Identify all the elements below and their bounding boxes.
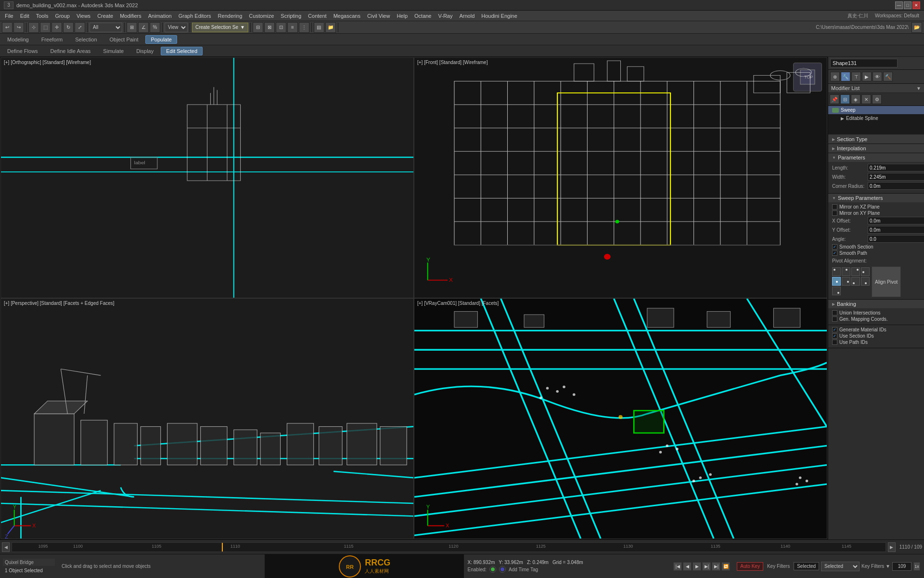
configure-btn[interactable]: ⚙ xyxy=(872,94,882,104)
pivot-bc[interactable] xyxy=(861,277,870,286)
width-input[interactable] xyxy=(868,173,924,181)
xoffset-input[interactable] xyxy=(868,217,924,224)
folder-nav-btn[interactable]: 📂 xyxy=(911,22,922,33)
modifier-editable-spline[interactable]: ▶ Editable Spline xyxy=(828,114,924,122)
timeline-scroll-right[interactable]: ▶ xyxy=(888,542,896,552)
sweep-visibility[interactable] xyxy=(832,108,839,113)
menu-help[interactable]: Help xyxy=(394,12,411,20)
rotate-btn[interactable]: ↻ xyxy=(63,22,74,33)
menu-group[interactable]: Group xyxy=(52,12,73,20)
display-panel-btn[interactable]: 👁 xyxy=(873,72,882,81)
menu-views[interactable]: Views xyxy=(74,12,93,20)
align4-btn[interactable]: ≡ xyxy=(287,22,298,33)
align3-btn[interactable]: ⊡ xyxy=(276,22,286,33)
minimize-btn[interactable]: — xyxy=(895,1,903,9)
smooth-section-cb[interactable] xyxy=(832,244,837,250)
loop-btn[interactable]: 🔁 xyxy=(721,562,730,571)
redo-btn[interactable]: ↪ xyxy=(13,22,24,33)
layer-btn[interactable]: ▤ xyxy=(314,22,324,33)
menu-scripting[interactable]: Scripting xyxy=(278,12,304,20)
selected-dropdown[interactable]: Selected All xyxy=(821,562,860,571)
menu-graph-editors[interactable]: Graph Editors xyxy=(176,12,214,20)
modifier-dropdown-arrow[interactable]: ▼ xyxy=(916,86,921,91)
menu-customize[interactable]: Customize xyxy=(246,12,277,20)
create-selection-btn[interactable]: Create Selection Se ▼ xyxy=(192,23,248,32)
scale-btn[interactable]: ⤢ xyxy=(75,22,85,33)
key-filters-btn[interactable]: Key Filters ▼ xyxy=(861,564,890,569)
modifier-sweep[interactable]: Sweep xyxy=(828,106,924,114)
go-start-btn[interactable]: |◀ xyxy=(673,562,682,571)
pivot-mc[interactable] xyxy=(832,277,841,286)
play-btn[interactable]: ▶ xyxy=(693,562,701,571)
motion-panel-btn[interactable]: ▶ xyxy=(862,72,872,81)
menu-tools[interactable]: Tools xyxy=(33,12,51,20)
scene-btn[interactable]: 📁 xyxy=(325,22,336,33)
viewport-front[interactable]: [+] [Front] [Standard] [Wireframe] TOP xyxy=(414,57,827,298)
add-time-tag[interactable]: Add Time Tag xyxy=(509,567,538,572)
menu-megascans[interactable]: Megascans xyxy=(331,12,363,20)
union-intersections-cb[interactable] xyxy=(832,310,837,315)
viewport-perspective[interactable]: [+] [Perspective] [Standard] [Facets + E… xyxy=(0,298,414,539)
select-region-btn[interactable]: ⬚ xyxy=(40,22,51,33)
pivot-mr[interactable] xyxy=(842,277,850,286)
close-btn[interactable]: ✕ xyxy=(912,1,920,9)
pivot-ml[interactable] xyxy=(861,267,870,276)
menu-file[interactable]: File xyxy=(2,12,16,20)
make-unique-btn[interactable]: ◈ xyxy=(851,94,860,104)
mirror-xz-cb[interactable] xyxy=(832,204,837,210)
corner-radius-input[interactable] xyxy=(868,182,924,190)
enabled-dot-2[interactable] xyxy=(499,566,506,573)
menu-houdini[interactable]: Houdini Engine xyxy=(478,12,520,20)
reference-dropdown[interactable]: All Selection xyxy=(90,23,122,32)
tab-populate[interactable]: Populate xyxy=(145,35,177,44)
view-dropdown[interactable]: View xyxy=(165,23,188,32)
pivot-tr[interactable] xyxy=(851,267,860,276)
subtab-define-flows[interactable]: Define Flows xyxy=(2,47,43,55)
move-btn[interactable]: ✛ xyxy=(51,22,62,33)
create-panel-btn[interactable]: ⊕ xyxy=(830,72,840,81)
menu-octane[interactable]: Octane xyxy=(411,12,434,20)
sweep-params-header[interactable]: Sweep Parameters xyxy=(828,194,924,202)
subtab-edit-selected[interactable]: Edit Selected xyxy=(161,47,203,55)
subtab-simulate[interactable]: Simulate xyxy=(98,47,129,55)
menu-modifiers[interactable]: Modifiers xyxy=(117,12,144,20)
menu-vray[interactable]: V-Ray xyxy=(435,12,455,20)
enabled-dot-1[interactable] xyxy=(489,566,496,573)
smooth-path-cb[interactable] xyxy=(832,250,837,256)
timeline-scroll-left[interactable]: ◀ xyxy=(2,542,10,552)
yoffset-input[interactable] xyxy=(868,226,924,234)
snap-percent[interactable]: % xyxy=(150,22,160,33)
snap-angle[interactable]: ∠ xyxy=(138,22,149,33)
gen-mapping-cb[interactable] xyxy=(832,316,837,322)
use-section-ids-cb[interactable] xyxy=(832,333,837,339)
subtab-display[interactable]: Display xyxy=(131,47,159,55)
tab-selection[interactable]: Selection xyxy=(70,35,102,44)
menu-rendering[interactable]: Rendering xyxy=(215,12,245,20)
align-pivot-btn[interactable]: Align Pivot xyxy=(872,266,901,297)
viewport-vray[interactable]: [+] [VRayCam001] [Standard] [Facets] xyxy=(414,298,827,539)
align5-btn[interactable]: ⋮ xyxy=(299,22,309,33)
playback-speed[interactable]: 1x xyxy=(913,562,920,571)
pin-btn[interactable]: 📌 xyxy=(830,94,839,104)
pivot-bl[interactable] xyxy=(851,277,860,286)
frame-input[interactable]: 109 xyxy=(892,562,911,571)
parameters-header[interactable]: Parameters xyxy=(828,153,924,162)
align2-btn[interactable]: ⊠ xyxy=(264,22,275,33)
hierarchy-panel-btn[interactable]: ⊤ xyxy=(851,72,861,81)
viewport-orthographic[interactable]: [+] [Orthographic] [Standard] [Wireframe… xyxy=(0,57,414,298)
quixel-bridge-label[interactable]: Quixel Bridge xyxy=(3,559,55,566)
interpolation-header[interactable]: Interpolation xyxy=(828,144,924,153)
menu-civil-view[interactable]: Civil View xyxy=(364,12,393,20)
section-type-header[interactable]: Section Type xyxy=(828,135,924,144)
menu-edit[interactable]: Edit xyxy=(17,12,32,20)
mirror-xy-cb[interactable] xyxy=(832,210,837,216)
remove-modifier-btn[interactable]: ✕ xyxy=(861,94,871,104)
tab-freeform[interactable]: Freeform xyxy=(36,35,68,44)
timeline-bar[interactable]: 1095 1100 1105 1110 1115 1120 1125 1130 … xyxy=(12,542,886,552)
utilities-panel-btn[interactable]: 🔨 xyxy=(883,72,893,81)
tab-modeling[interactable]: Modeling xyxy=(2,35,34,44)
show-end-result[interactable]: ⊟ xyxy=(840,94,850,104)
banking-header[interactable]: Banking xyxy=(828,300,924,308)
maximize-btn[interactable]: □ xyxy=(904,1,911,9)
menu-content[interactable]: Content xyxy=(305,12,330,20)
